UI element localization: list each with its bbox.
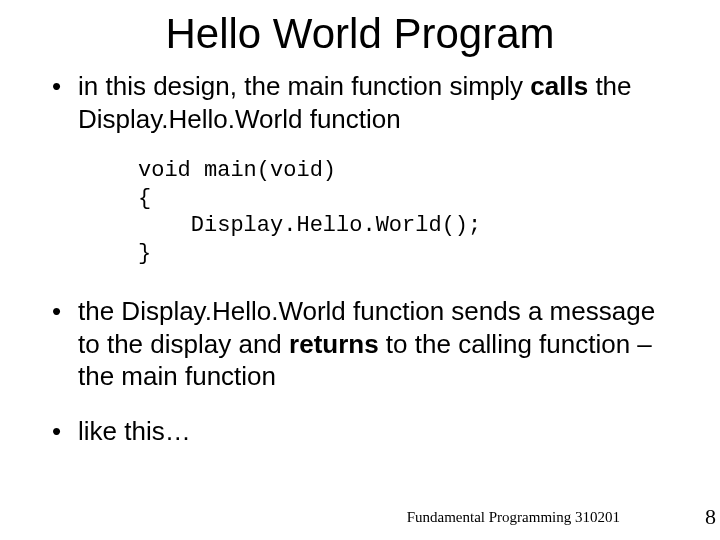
code-line-1: void main(void) [138,158,336,183]
bullet-1-bold: calls [530,71,588,101]
page-number: 8 [705,504,716,530]
slide-title: Hello World Program [48,10,672,58]
bullet-3: like this… [48,415,672,448]
footer-text: Fundamental Programming 310201 [407,509,620,526]
slide: Hello World Program in this design, the … [0,0,720,540]
bullet-2: the Display.Hello.World function sends a… [48,295,672,393]
code-line-2: { [138,186,151,211]
code-line-3: Display.Hello.World(); [138,213,481,238]
bullet-1-pre: in this design, the main function simply [78,71,530,101]
bullet-3-text: like this… [78,416,191,446]
code-block: void main(void) { Display.Hello.World();… [138,157,672,267]
code-line-4: } [138,241,151,266]
bullet-2-bold: returns [289,329,386,359]
bullet-1: in this design, the main function simply… [48,70,672,135]
bullet-list: in this design, the main function simply… [48,70,672,447]
